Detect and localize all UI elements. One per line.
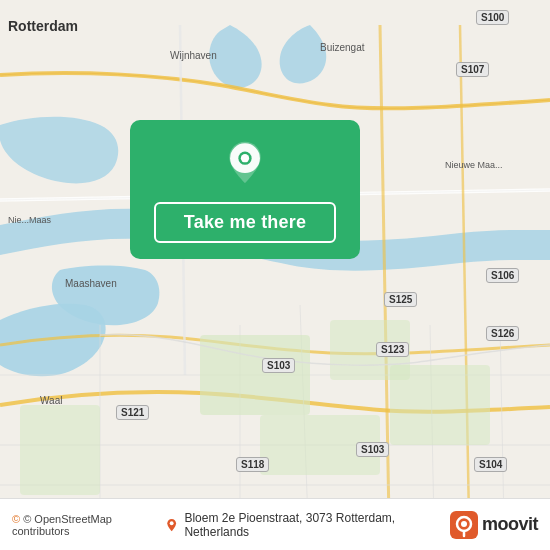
road-badge-s106: S106 <box>486 268 519 283</box>
label-maashaven: Maashaven <box>65 278 117 289</box>
location-text: Bloem 2e Pioenstraat, 3073 Rotterdam, Ne… <box>184 511 450 539</box>
road-badge-s125: S125 <box>384 292 417 307</box>
svg-point-23 <box>170 521 174 525</box>
location-pin-icon <box>221 140 269 188</box>
label-buizengat: Buizengat <box>320 42 364 53</box>
location-label: Bloem 2e Pioenstraat, 3073 Rotterdam, Ne… <box>165 511 450 539</box>
moovit-icon <box>450 511 478 539</box>
label-nie-maas: Nie...Maas <box>8 215 51 225</box>
label-wijnhaven: Wijnhaven <box>170 50 217 61</box>
road-badge-s121: S121 <box>116 405 149 420</box>
road-badge-s126: S126 <box>486 326 519 341</box>
attribution-text: © OpenStreetMap contributors <box>12 513 112 537</box>
small-pin-icon <box>165 518 178 532</box>
road-badge-s104: S104 <box>474 457 507 472</box>
map-background <box>0 0 550 550</box>
moovit-text: moovit <box>482 514 538 535</box>
road-badge-s118: S118 <box>236 457 269 472</box>
road-badge-s107: S107 <box>456 62 489 77</box>
road-badge-s100: S100 <box>476 10 509 25</box>
svg-rect-18 <box>390 365 490 445</box>
moovit-logo: moovit <box>450 511 538 539</box>
label-rotterdam: Rotterdam <box>8 18 78 34</box>
attribution: © © OpenStreetMap contributors <box>12 513 165 537</box>
svg-rect-19 <box>20 405 100 495</box>
copyright-symbol: © <box>12 513 20 525</box>
svg-line-2 <box>380 25 390 550</box>
take-me-there-button[interactable]: Take me there <box>154 202 336 243</box>
svg-rect-15 <box>200 335 310 415</box>
label-nieuwe-maas3: Nieuwe Maa... <box>445 160 503 170</box>
svg-point-26 <box>461 521 467 527</box>
road-badge-s103b: S103 <box>356 442 389 457</box>
svg-point-22 <box>241 154 249 162</box>
road-badge-s103a: S103 <box>262 358 295 373</box>
road-badge-s123: S123 <box>376 342 409 357</box>
action-card: Take me there <box>130 120 360 259</box>
label-waal: Waal <box>40 395 62 406</box>
map-container: Rotterdam Buizengat Wijnhaven Rijnhaven … <box>0 0 550 550</box>
bottom-bar: © © OpenStreetMap contributors Bloem 2e … <box>0 498 550 550</box>
